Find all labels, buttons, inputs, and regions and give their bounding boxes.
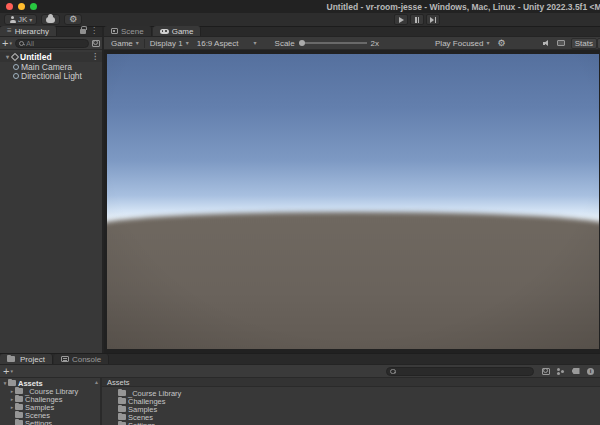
mute-audio-icon[interactable] (543, 40, 551, 47)
project-search-input[interactable] (386, 367, 534, 376)
hierarchy-panel: ≡ Hierarchy ⋮ + ▾ All Untitled (0, 27, 102, 354)
cloud-services-button[interactable] (41, 14, 60, 25)
step-icon (435, 17, 437, 23)
project-content: Assets _Course Library Challenges Sample… (0, 378, 600, 425)
search-placeholder: All (26, 39, 34, 48)
capture-gear-icon[interactable]: ⚙ (498, 39, 506, 48)
chevron-down-icon: ▾ (487, 40, 490, 46)
aspect-ratio-dropdown[interactable]: 16:9 Aspect ▾ (193, 37, 261, 50)
vsync-monitor-icon[interactable] (557, 40, 565, 46)
open-folder-icon (8, 380, 16, 386)
create-object-button[interactable]: + ▾ (2, 37, 12, 49)
tab-hierarchy[interactable]: ≡ Hierarchy (0, 26, 57, 36)
project-grid: Assets _Course Library Challenges Sample… (102, 378, 600, 425)
pause-icon (418, 17, 420, 23)
search-by-type-button[interactable] (554, 366, 567, 377)
hierarchy-icon: ≡ (7, 27, 12, 35)
folder-label: Settings (25, 419, 52, 425)
open-in-search-icon (542, 368, 550, 375)
dropdown-label: Play Focused (435, 39, 483, 48)
game-viewport (104, 50, 600, 354)
search-by-label-button[interactable] (569, 366, 582, 377)
step-button[interactable] (426, 14, 440, 25)
hierarchy-scene-row[interactable]: Untitled ⋮ (0, 52, 102, 62)
info-icon: i (587, 368, 594, 375)
play-icon (399, 17, 404, 23)
display-dropdown[interactable]: Display 1 ▾ (146, 37, 193, 50)
tab-console[interactable]: Console (54, 354, 109, 364)
folder-icon (118, 414, 126, 420)
account-label: JK (18, 15, 27, 24)
create-asset-button[interactable]: + ▾ (3, 365, 13, 377)
asset-row[interactable]: Challenges (118, 397, 600, 405)
scale-slider-knob[interactable] (299, 40, 305, 46)
tree-row[interactable]: Settings (0, 419, 100, 425)
titlebar: Untitled - vr-room-jesse - Windows, Mac,… (0, 0, 600, 13)
hierarchy-tabbar: ≡ Hierarchy ⋮ (0, 27, 102, 37)
close-window-button[interactable] (6, 3, 13, 10)
add-icon: + (2, 37, 8, 49)
tab-game[interactable]: Game (153, 26, 202, 36)
hidden-packages-button[interactable]: i (584, 366, 597, 377)
chevron-down-icon: ▾ (186, 40, 189, 46)
account-icon (9, 16, 16, 23)
account-button[interactable]: JK ▾ (4, 14, 37, 25)
scale-slider[interactable] (299, 42, 367, 44)
zoom-window-button[interactable] (30, 3, 37, 10)
game-view-dropdown[interactable]: Game ▾ (107, 37, 143, 50)
tab-project[interactable]: Project (0, 354, 53, 364)
breadcrumb: Assets (102, 378, 600, 387)
project-panel: Project Console + ▾ i (0, 354, 600, 425)
folder-icon (118, 398, 126, 404)
play-button[interactable] (394, 14, 408, 25)
main-toolbar: JK ▾ ⚙ (0, 13, 600, 27)
dropdown-label: 16:9 Aspect (197, 39, 239, 48)
chevron-down-icon: ▾ (10, 369, 13, 374)
search-icon (390, 369, 395, 374)
scene-icon (11, 54, 18, 61)
asset-label: Settings (128, 421, 155, 425)
window-title: Untitled - vr-room-jesse - Windows, Mac,… (327, 2, 600, 12)
tab-scene[interactable]: Scene (104, 26, 152, 36)
settings-button[interactable]: ⚙ (64, 14, 82, 25)
open-in-search-button[interactable] (539, 366, 552, 377)
hierarchy-item-directional-light[interactable]: Directional Light (0, 71, 102, 80)
chevron-down-icon: ▾ (29, 17, 32, 23)
window-controls (6, 3, 37, 10)
folder-icon (15, 396, 23, 402)
asset-row[interactable]: _Course Library (118, 389, 600, 397)
folder-icon (118, 406, 126, 412)
unity-window: Untitled - vr-room-jesse - Windows, Mac,… (0, 0, 600, 425)
search-icon (19, 41, 24, 46)
minimize-window-button[interactable] (18, 3, 25, 10)
open-in-search-icon[interactable] (92, 40, 100, 47)
chevron-down-icon: ▾ (254, 40, 257, 46)
game-toolbar: Game ▾ Display 1 ▾ 16:9 Aspect ▾ Scale 2… (104, 37, 600, 50)
asset-row[interactable]: Samples (118, 405, 600, 413)
game-panel: Scene Game Game ▾ Display 1 ▾ 16:9 Aspec… (104, 27, 600, 354)
scrollbar-up-icon[interactable]: ▲ (94, 379, 99, 385)
folder-icon (118, 390, 126, 396)
scene-options-icon[interactable]: ⋮ (91, 53, 99, 61)
folder-icon (15, 388, 23, 394)
object-label: Directional Light (21, 71, 82, 81)
asset-row[interactable]: Settings (118, 421, 600, 425)
panel-menu-icon[interactable]: ⋮ (90, 27, 98, 35)
dropdown-label: Game (111, 39, 133, 48)
step-icon (430, 17, 434, 23)
folder-icon (15, 412, 23, 418)
scene-name: Untitled (20, 52, 52, 62)
stats-button[interactable]: Stats (571, 38, 597, 49)
asset-row[interactable]: Scenes (118, 413, 600, 421)
tab-label: Project (20, 355, 45, 364)
play-focused-dropdown[interactable]: Play Focused ▾ (431, 37, 493, 50)
pause-button[interactable] (410, 14, 424, 25)
lock-icon[interactable] (80, 29, 86, 34)
project-toolbar: + ▾ i (0, 365, 600, 378)
light-icon (13, 73, 19, 79)
scene-view-icon (111, 28, 118, 34)
hierarchy-search-input[interactable]: All (15, 39, 89, 48)
chevron-down-icon: ▾ (9, 41, 12, 46)
folder-icon (15, 404, 23, 410)
console-icon (61, 356, 69, 362)
